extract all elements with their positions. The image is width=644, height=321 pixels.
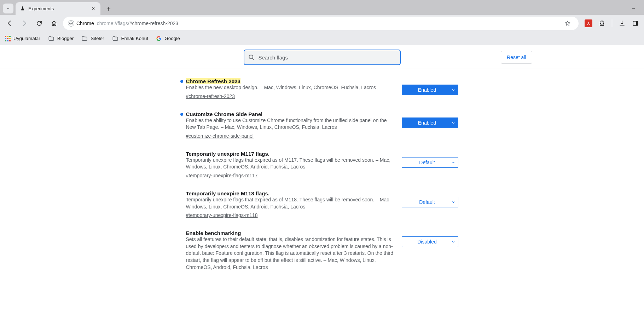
search-wrap [244, 50, 401, 65]
flag-description: Enables the ability to use Customize Chr… [186, 117, 395, 131]
forward-button[interactable] [18, 17, 30, 29]
flag-title: Customize Chrome Side Panel [186, 111, 263, 117]
apps-grid-icon [5, 36, 11, 41]
flag-select[interactable]: Enabled [402, 117, 458, 128]
google-icon [156, 36, 162, 41]
chrome-icon [68, 20, 74, 27]
flag-info: Chrome Refresh 2023Enables the new deskt… [186, 78, 395, 99]
flag-select[interactable]: Default [402, 197, 458, 207]
flag-description: Temporarily unexpire flags that expired … [186, 157, 395, 171]
search-row: Reset all [0, 45, 644, 69]
omnibox[interactable]: Chrome chrome://flags/#chrome-refresh-20… [63, 17, 579, 30]
back-button[interactable] [4, 17, 16, 29]
flag-row: Temporarily unexpire M118 flags.Temporar… [186, 187, 458, 227]
bookmark-apps[interactable]: Uygulamalar [5, 36, 40, 41]
flag-description: Enables the new desktop design. – Mac, W… [186, 84, 395, 91]
folder-icon [48, 35, 54, 42]
flag-control: Default [402, 190, 458, 207]
window-controls [626, 0, 644, 15]
bookmark-label: Google [164, 36, 180, 41]
flag-info: Temporarily unexpire M118 flags.Temporar… [186, 190, 395, 218]
flag-row: Enable benchmarkingSets all features to … [186, 227, 458, 281]
browser-tab[interactable]: Experiments [16, 2, 100, 15]
new-tab-button[interactable] [103, 4, 114, 14]
flag-row: Chrome Refresh 2023Enables the new deskt… [186, 75, 458, 108]
bookmark-star-button[interactable] [562, 17, 574, 29]
separator [612, 19, 612, 27]
folder-icon [112, 35, 118, 42]
url-text: chrome://flags/#chrome-refresh-2023 [97, 21, 178, 26]
modified-dot-icon [180, 80, 183, 83]
bookmark-folder-emlak[interactable]: Emlak Konut [112, 35, 149, 42]
flag-control: Enabled [402, 78, 458, 95]
folder-icon [81, 35, 88, 42]
flag-description: Temporarily unexpire flags that expired … [186, 196, 395, 210]
search-icon [248, 54, 255, 61]
flag-select[interactable]: Default [402, 157, 458, 168]
modified-dot-icon [180, 113, 183, 116]
flag-info: Customize Chrome Side PanelEnables the a… [186, 111, 395, 139]
side-panel-button[interactable] [631, 18, 640, 28]
extensions-button[interactable] [597, 18, 607, 28]
flask-icon [20, 6, 25, 11]
toolbar-actions: 人 [581, 18, 640, 28]
flag-row: Temporarily unexpire M117 flags.Temporar… [186, 147, 458, 187]
flag-select-wrap: Enabled [402, 85, 458, 95]
bookmark-folder-blogger[interactable]: Blogger [48, 35, 74, 42]
flag-control: Default [402, 151, 458, 168]
search-flags-input[interactable] [244, 50, 401, 65]
extension-pdf[interactable]: 人 [584, 18, 593, 28]
flag-title: Temporarily unexpire M117 flags. [186, 151, 269, 157]
bookmark-label: Siteler [91, 36, 104, 41]
site-chip: Chrome [68, 20, 94, 27]
flag-select-wrap: Default [402, 157, 458, 168]
downloads-button[interactable] [617, 18, 627, 28]
flag-anchor-link[interactable]: #temporary-unexpire-flags-m118 [186, 212, 258, 218]
reload-button[interactable] [33, 17, 45, 29]
tab-close-button[interactable] [91, 6, 96, 11]
flag-select-wrap: Disabled [402, 236, 458, 247]
bookmarks-bar: Uygulamalar Blogger Siteler Emlak Konut … [0, 32, 644, 45]
bookmark-label: Emlak Konut [121, 36, 149, 41]
flag-title: Enable benchmarking [186, 230, 241, 236]
page-content: Reset all Chrome Refresh 2023Enables the… [0, 45, 644, 296]
flag-select-wrap: Default [402, 197, 458, 207]
site-chip-label: Chrome [76, 21, 94, 26]
flag-control: Disabled [402, 230, 458, 247]
reset-all-button[interactable]: Reset all [501, 51, 532, 64]
flag-anchor-link[interactable]: #customize-chrome-side-panel [186, 133, 254, 139]
browser-chrome: Experiments [0, 0, 644, 45]
flag-select[interactable]: Enabled [402, 85, 458, 95]
tab-title: Experiments [28, 6, 88, 11]
flag-control: Enabled [402, 111, 458, 128]
flag-info: Temporarily unexpire M117 flags.Temporar… [186, 151, 395, 178]
flag-anchor-link[interactable]: #temporary-unexpire-flags-m117 [186, 173, 258, 178]
bookmark-label: Uygulamalar [13, 36, 40, 41]
tab-strip: Experiments [0, 0, 644, 15]
bookmark-label: Blogger [57, 36, 74, 41]
bookmark-google[interactable]: Google [156, 36, 180, 41]
home-button[interactable] [48, 17, 60, 29]
flag-select-wrap: Enabled [402, 117, 458, 128]
flag-title: Chrome Refresh 2023 [186, 78, 240, 84]
svg-point-1 [70, 23, 72, 24]
flag-title: Temporarily unexpire M118 flags. [186, 190, 269, 196]
flag-anchor-link[interactable]: #chrome-refresh-2023 [186, 93, 235, 99]
flag-select[interactable]: Disabled [402, 236, 458, 247]
toolbar: Chrome chrome://flags/#chrome-refresh-20… [0, 15, 644, 32]
chevron-down-icon [6, 6, 10, 11]
minimize-button[interactable] [626, 2, 640, 13]
svg-rect-3 [636, 21, 638, 25]
flag-info: Enable benchmarkingSets all features to … [186, 230, 395, 273]
flags-list: Chrome Refresh 2023Enables the new deskt… [186, 69, 458, 296]
bookmark-folder-siteler[interactable]: Siteler [81, 35, 104, 42]
flag-description: Sets all features to their default state… [186, 236, 395, 271]
tab-search-button[interactable] [3, 4, 13, 13]
flag-row: Customize Chrome Side PanelEnables the a… [186, 108, 458, 147]
